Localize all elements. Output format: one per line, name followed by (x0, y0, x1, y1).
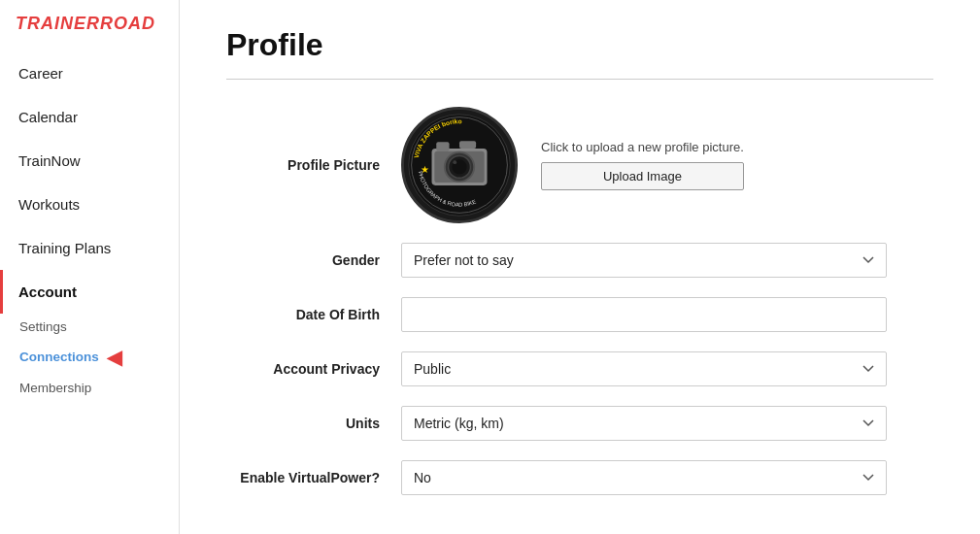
virtualpower-field: No Yes (401, 460, 887, 495)
page-title: Profile (226, 27, 933, 63)
privacy-field: Public Private (401, 351, 887, 386)
gender-label: Gender (226, 252, 401, 268)
dob-field (401, 297, 887, 332)
sidebar-item-trainnow[interactable]: TrainNow (0, 139, 179, 183)
gender-field: Prefer not to say Male Female Non-binary (401, 243, 887, 278)
main-content: Profile Profile Picture (180, 0, 980, 534)
svg-rect-10 (459, 141, 476, 149)
sidebar-item-connections[interactable]: Connections ◀ (0, 340, 179, 375)
svg-point-8 (453, 160, 456, 164)
sidebar-item-career[interactable]: Career (0, 51, 179, 95)
profile-form: Profile Picture (226, 107, 887, 495)
privacy-select[interactable]: Public Private (401, 351, 887, 386)
brand-trainer: TRAINER (16, 14, 100, 33)
profile-picture-label: Profile Picture (226, 157, 401, 173)
sidebar-item-training-plans[interactable]: Training Plans (0, 226, 179, 270)
sidebar-item-settings[interactable]: Settings (0, 314, 179, 340)
upload-area: Click to upload a new profile picture. U… (541, 140, 744, 190)
svg-rect-9 (436, 142, 449, 151)
upload-image-button[interactable]: Upload Image (541, 162, 744, 190)
sidebar-item-membership[interactable]: Membership (0, 375, 179, 401)
dob-row: Date Of Birth (226, 297, 887, 332)
virtualpower-label: Enable VirtualPower? (226, 470, 401, 485)
gender-row: Gender Prefer not to say Male Female Non… (226, 243, 887, 278)
dob-input[interactable] (401, 297, 887, 332)
virtualpower-row: Enable VirtualPower? No Yes (226, 460, 887, 495)
brand-logo: TRAINERROAD (0, 0, 179, 51)
sidebar-item-calendar[interactable]: Calendar (0, 95, 179, 139)
dob-label: Date Of Birth (226, 307, 401, 322)
profile-picture-area: ★ VIVA ZAPPEI boriko PHOTOGRAPH & ROAD B… (401, 107, 744, 223)
privacy-row: Account Privacy Public Private (226, 351, 887, 386)
sidebar-item-workouts[interactable]: Workouts (0, 183, 179, 226)
units-label: Units (226, 416, 401, 431)
virtualpower-select[interactable]: No Yes (401, 460, 887, 495)
avatar[interactable]: ★ VIVA ZAPPEI boriko PHOTOGRAPH & ROAD B… (401, 107, 518, 223)
connections-arrow-icon: ◀ (107, 346, 121, 369)
sidebar-account-heading: Account (0, 270, 179, 314)
units-row: Units Metric (kg, km) Imperial (lb, mi) (226, 406, 887, 441)
units-select[interactable]: Metric (kg, km) Imperial (lb, mi) (401, 406, 887, 441)
units-field: Metric (kg, km) Imperial (lb, mi) (401, 406, 887, 441)
profile-picture-row: Profile Picture (226, 107, 887, 223)
gender-select[interactable]: Prefer not to say Male Female Non-binary (401, 243, 887, 278)
brand-road: ROAD (100, 14, 155, 33)
sidebar: TRAINERROAD Career Calendar TrainNow Wor… (0, 0, 180, 534)
title-divider (226, 79, 933, 80)
upload-hint: Click to upload a new profile picture. (541, 140, 744, 154)
privacy-label: Account Privacy (226, 361, 401, 377)
